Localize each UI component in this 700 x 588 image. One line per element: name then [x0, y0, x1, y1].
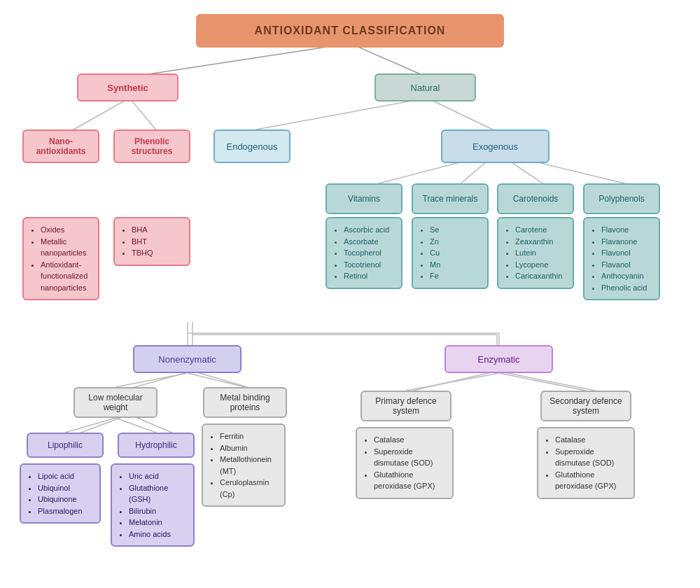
polyphenols-items: FlavoneFlavanoneFlavonolFlavanolAnthocya… — [592, 224, 652, 293]
svg-line-0 — [130, 43, 350, 77]
vitamins-node: Vitamins — [326, 183, 402, 214]
chart-title: ANTIOXIDANT CLASSIFICATION — [255, 24, 446, 37]
vitamins-list: Ascorbic acidAscorbateTocopherolTocotrie… — [326, 217, 402, 289]
svg-line-25 — [115, 418, 156, 433]
svg-line-2 — [70, 98, 130, 132]
primary-items: CatalaseSuperoxide dismutase (SOD)Glutat… — [364, 434, 445, 492]
secondary-list: CatalaseSuperoxide dismutase (SOD)Glutat… — [537, 427, 635, 499]
endogenous-label: Endogenous — [226, 141, 277, 152]
vitamins-label: Vitamins — [348, 194, 380, 204]
secondary-label: Secondary defence system — [547, 396, 624, 416]
metal-binding-label: Metal binding proteins — [210, 393, 280, 412]
hydrophilic-label: Hydrophilic — [135, 440, 176, 450]
lipophilic-list: Lipoic acidUbiquinolUbiquinonePlasmaloge… — [20, 463, 101, 524]
nonenzymatic-node: Nonenzymatic — [133, 345, 241, 373]
svg-line-24 — [65, 418, 115, 433]
carotenoids-label: Carotenoids — [513, 194, 559, 204]
phenolic-node: Phenolic structures — [113, 130, 190, 163]
low-mw-node: Low molecular weight — [74, 387, 158, 418]
svg-line-16 — [413, 371, 497, 391]
enzymatic-node: Enzymatic — [444, 345, 553, 373]
phenolic-label: Phenolic structures — [120, 136, 183, 156]
svg-line-15 — [192, 371, 252, 388]
synthetic-label: Synthetic — [107, 83, 148, 93]
low-mw-label: Low molecular weight — [80, 393, 150, 412]
lipophilic-node: Lipophilic — [27, 433, 104, 458]
natural-node: Natural — [374, 74, 476, 102]
hydrophilic-node: Hydrophilic — [118, 433, 195, 458]
svg-line-3 — [130, 98, 158, 132]
title-node: ANTIOXIDANT CLASSIFICATION — [196, 14, 504, 48]
carotenoids-list: CaroteneZeaxanthinLuteinLycopeneCaricaxa… — [497, 217, 574, 289]
nonenzymatic-label: Nonenzymatic — [158, 354, 216, 365]
carotenoids-node: Carotenoids — [497, 183, 574, 214]
svg-line-4 — [245, 98, 427, 132]
exogenous-node: Exogenous — [441, 130, 550, 163]
lipophilic-label: Lipophilic — [48, 440, 83, 450]
synthetic-node: Synthetic — [77, 74, 178, 102]
phenolic-items: BHABHTTBHQ — [122, 224, 182, 259]
svg-line-1 — [350, 43, 427, 77]
svg-line-5 — [427, 98, 497, 132]
metal-binding-items: FerritinAlbuminMetallothionein (MT)Cerul… — [210, 430, 277, 500]
nano-label: Nano-antioxidants — [29, 136, 92, 156]
svg-line-14 — [130, 371, 192, 388]
endogenous-node: Endogenous — [214, 130, 290, 163]
enzymatic-label: Enzymatic — [478, 354, 520, 365]
vitamins-items: Ascorbic acidAscorbateTocopherolTocotrie… — [334, 224, 394, 282]
secondary-items: CatalaseSuperoxide dismutase (SOD)Glutat… — [545, 434, 626, 492]
exogenous-label: Exogenous — [472, 141, 518, 152]
nano-node: Nano-antioxidants — [22, 130, 99, 163]
svg-line-22 — [406, 373, 499, 391]
polyphenols-node: Polyphenols — [583, 183, 660, 214]
natural-label: Natural — [411, 83, 440, 93]
trace-list: SeZnCuMnFe — [412, 217, 489, 289]
lipophilic-items: Lipoic acidUbiquinolUbiquinonePlasmaloge… — [28, 470, 92, 517]
metal-binding-node: Metal binding proteins — [203, 387, 287, 418]
svg-line-21 — [188, 373, 245, 387]
metal-binding-list: FerritinAlbuminMetallothionein (MT)Cerul… — [202, 424, 286, 507]
trace-minerals-label: Trace minerals — [423, 194, 478, 204]
trace-items: SeZnCuMnFe — [420, 224, 480, 282]
hydrophilic-items: Uric acidGlutathione (GSH)BilirubinMelat… — [119, 470, 186, 540]
primary-list: CatalaseSuperoxide dismutase (SOD)Glutat… — [356, 427, 454, 499]
nano-list: OxidesMetallic nanoparticlesAntioxidant-… — [22, 217, 99, 300]
primary-node: Primary defence system — [360, 391, 451, 421]
svg-line-23 — [499, 373, 586, 391]
polyphenols-label: Polyphenols — [598, 194, 644, 204]
svg-line-17 — [497, 371, 595, 391]
phenolic-list: BHABHTTBHQ — [113, 217, 190, 266]
polyphenols-list: FlavoneFlavanoneFlavonolFlavanolAnthocya… — [583, 217, 660, 300]
carotenoids-items: CaroteneZeaxanthinLuteinLycopeneCaricaxa… — [505, 224, 566, 282]
secondary-node: Secondary defence system — [540, 391, 631, 421]
trace-minerals-node: Trace minerals — [412, 183, 489, 214]
hydrophilic-list: Uric acidGlutathione (GSH)BilirubinMelat… — [111, 463, 195, 547]
nano-items: OxidesMetallic nanoparticlesAntioxidant-… — [31, 224, 91, 293]
primary-label: Primary defence system — [368, 396, 444, 416]
svg-line-20 — [115, 373, 188, 387]
